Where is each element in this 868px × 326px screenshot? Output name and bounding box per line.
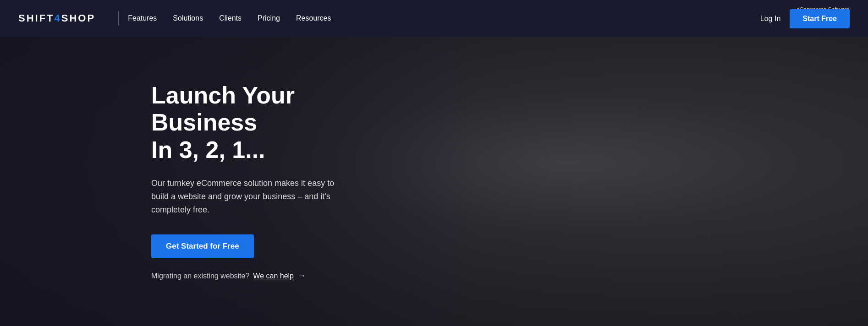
logo-number: 4 [55, 12, 61, 24]
hero-title-line1: Launch Your Business [151, 82, 295, 136]
logo-prefix: SHIFT [18, 12, 55, 24]
nav-pricing[interactable]: Pricing [258, 14, 280, 22]
hero-title: Launch Your Business In 3, 2, 1... [151, 82, 371, 164]
hero-title-line2: In 3, 2, 1... [151, 136, 265, 163]
hero-section: SHIFT4SHOP Features Solutions Clients Pr… [0, 0, 868, 326]
migrate-label: Migrating an existing website? [151, 272, 249, 280]
migrate-link[interactable]: We can help [253, 272, 294, 280]
logo-divider [118, 11, 119, 25]
hero-subtitle: Our turnkey eCommerce solution makes it … [151, 177, 344, 216]
nav-resources[interactable]: Resources [296, 14, 331, 22]
login-link[interactable]: Log In [760, 15, 780, 23]
navbar: SHIFT4SHOP Features Solutions Clients Pr… [0, 0, 868, 37]
start-free-button[interactable]: Start Free [790, 9, 850, 28]
migrate-section: Migrating an existing website? We can he… [151, 271, 371, 281]
nav-clients[interactable]: Clients [219, 14, 242, 22]
logo-text: SHIFT4SHOP [18, 12, 95, 24]
logo[interactable]: SHIFT4SHOP [18, 12, 95, 24]
nav-links: Features Solutions Clients Pricing Resou… [128, 14, 850, 22]
nav-solutions[interactable]: Solutions [173, 14, 203, 22]
arrow-icon: → [297, 271, 306, 281]
hero-text-block: Launch Your Business In 3, 2, 1... Our t… [151, 82, 371, 281]
nav-features[interactable]: Features [128, 14, 157, 22]
logo-suffix: SHOP [61, 12, 95, 24]
get-started-button[interactable]: Get Started for Free [151, 234, 254, 258]
nav-actions: Log In Start Free [760, 9, 850, 28]
hero-content: Launch Your Business In 3, 2, 1... Our t… [0, 37, 868, 326]
